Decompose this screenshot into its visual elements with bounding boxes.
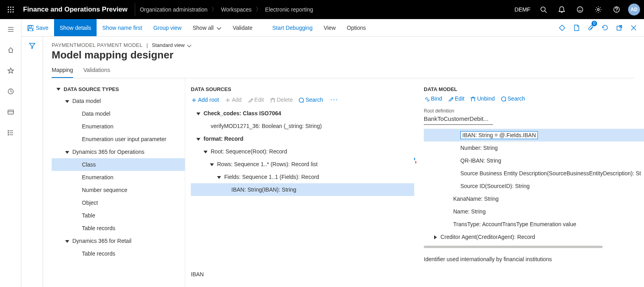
app-launcher-icon[interactable] bbox=[0, 0, 21, 19]
tree-item[interactable]: KanaName: String bbox=[424, 192, 644, 205]
tree-item[interactable]: Source ID(SourceID): String bbox=[424, 180, 644, 192]
tree-item[interactable]: Fields: Sequence 1..1 (Fields): Record bbox=[191, 171, 414, 183]
search-action-icon[interactable] bbox=[372, 19, 389, 36]
tab-validations[interactable]: Validations bbox=[83, 64, 110, 78]
selection-footer: IBAN bbox=[191, 271, 204, 277]
view-selector[interactable]: Standard view bbox=[152, 42, 192, 48]
delete-button-disabled: Delete bbox=[270, 97, 293, 103]
edit-button[interactable]: Edit bbox=[448, 95, 464, 102]
search-button[interactable]: Search bbox=[500, 95, 525, 102]
tree-item[interactable]: IBAN: String(IBAN): String bbox=[191, 183, 414, 196]
splitter-handle[interactable] bbox=[414, 158, 417, 163]
home-icon[interactable] bbox=[4, 44, 17, 56]
add-button-disabled: Add bbox=[225, 97, 242, 103]
chevron-right-icon: 〉 bbox=[256, 6, 261, 13]
tree-item[interactable]: format: Record bbox=[191, 132, 414, 145]
workspaces-icon[interactable] bbox=[4, 106, 17, 118]
horizontal-scrollbar[interactable] bbox=[424, 246, 603, 248]
tree-item[interactable]: TransType: AccountTransType Enumeration … bbox=[424, 218, 644, 231]
tabs: Mapping Validations bbox=[52, 64, 634, 78]
breadcrumb-item[interactable]: Organization administration bbox=[140, 6, 208, 13]
start-debugging-button[interactable]: Start Debugging bbox=[258, 19, 318, 36]
tree-item[interactable]: Creditor Agent(CreditorAgent): Record bbox=[424, 231, 644, 243]
group-view-button[interactable]: Group view bbox=[148, 19, 187, 36]
tree-item[interactable]: Table records bbox=[52, 222, 185, 235]
recent-clock-icon[interactable] bbox=[4, 85, 17, 98]
show-all-dropdown[interactable]: Show all bbox=[187, 19, 227, 36]
tree-item[interactable]: Number sequence bbox=[52, 184, 185, 196]
tree-item[interactable]: IBAN: String = @.Fields.IBAN bbox=[424, 129, 644, 142]
data-sources-panel: DATA SOURCES Add root Add Edit Delete Se… bbox=[185, 78, 417, 287]
node-description: Identifier used internationally by finan… bbox=[424, 256, 644, 262]
search-icon[interactable] bbox=[534, 0, 553, 19]
bell-icon[interactable] bbox=[553, 0, 571, 19]
tree-item[interactable]: Enumeration user input parameter bbox=[52, 133, 185, 145]
show-details-button[interactable]: Show details bbox=[54, 19, 97, 36]
validate-button[interactable]: Validate bbox=[227, 19, 258, 36]
modules-list-icon[interactable] bbox=[4, 126, 17, 139]
top-bar: Finance and Operations Preview Organizat… bbox=[0, 0, 644, 19]
data-source-types-header[interactable]: DATA SOURCE TYPES bbox=[52, 82, 185, 95]
diamond-icon[interactable] bbox=[555, 19, 569, 37]
app-title: Finance and Operations Preview bbox=[21, 6, 135, 14]
tab-mapping[interactable]: Mapping bbox=[52, 64, 73, 78]
root-definition-label: Root definition bbox=[424, 108, 644, 114]
tree-item[interactable]: verifyMOD1271_36: Boolean (_string: Stri… bbox=[191, 120, 414, 132]
breadcrumb-item[interactable]: Workspaces bbox=[221, 6, 252, 13]
page-caption: PAYMENTMODEL PAYMENT MODEL bbox=[52, 42, 143, 48]
page-title: Model mapping designer bbox=[52, 49, 644, 61]
tree-item[interactable]: Data model bbox=[52, 95, 185, 107]
tree-item[interactable]: Number: String bbox=[424, 142, 644, 154]
tree-item[interactable]: Object bbox=[52, 196, 185, 209]
tree-item[interactable]: Dynamics 365 for Operations bbox=[52, 145, 185, 158]
close-icon[interactable] bbox=[627, 19, 641, 37]
tree-item[interactable]: Root: Sequence(Root): Record bbox=[191, 145, 414, 158]
breadcrumb: Organization administration 〉 Workspaces… bbox=[140, 6, 313, 13]
filter-column bbox=[21, 37, 43, 287]
tree-item[interactable]: Class bbox=[52, 158, 185, 171]
show-name-first-button[interactable]: Show name first bbox=[97, 19, 147, 36]
avatar[interactable]: AD bbox=[628, 4, 640, 16]
tree-item[interactable]: Source Business Entity Description(Sourc… bbox=[424, 167, 644, 180]
bind-button[interactable]: Bind bbox=[424, 95, 442, 102]
tree-item[interactable]: Table records bbox=[52, 247, 185, 260]
attachments-icon[interactable]: 0 bbox=[584, 19, 598, 37]
document-icon[interactable] bbox=[569, 19, 584, 37]
data-model-header: DATA MODEL bbox=[424, 82, 644, 95]
add-root-button[interactable]: Add root bbox=[191, 97, 219, 103]
search-button[interactable]: Search bbox=[298, 97, 323, 103]
help-icon[interactable] bbox=[607, 0, 626, 19]
data-sources-toolbar: Add root Add Edit Delete Search ··· bbox=[191, 95, 414, 107]
tree-item[interactable]: Table bbox=[52, 209, 185, 222]
data-sources-header: DATA SOURCES bbox=[191, 82, 414, 95]
refresh-icon[interactable] bbox=[598, 19, 612, 37]
popout-icon[interactable] bbox=[612, 19, 627, 37]
tree-item[interactable]: Dynamics 365 for Retail bbox=[52, 235, 185, 247]
hamburger-icon[interactable] bbox=[4, 23, 17, 36]
unbind-button[interactable]: Unbind bbox=[470, 95, 495, 102]
save-label: Save bbox=[36, 25, 48, 31]
tree-item[interactable]: Enumeration bbox=[52, 120, 185, 133]
tree-item[interactable]: Data model bbox=[52, 107, 185, 120]
tree-item[interactable]: Rows: Sequence 1..* (Rows): Record list bbox=[191, 158, 414, 171]
favorites-star-icon[interactable] bbox=[4, 64, 17, 77]
more-icon[interactable]: ··· bbox=[329, 95, 340, 104]
chevron-right-icon: 〉 bbox=[211, 6, 217, 13]
save-button[interactable]: Save bbox=[21, 19, 54, 36]
breadcrumb-item[interactable]: Electronic reporting bbox=[265, 6, 313, 13]
options-menu[interactable]: Options bbox=[341, 19, 371, 36]
root-definition-value[interactable]: BankToCustomerDebit... bbox=[424, 114, 493, 125]
data-source-types-panel: DATA SOURCE TYPES Data modelData modelEn… bbox=[52, 78, 185, 287]
view-menu[interactable]: View bbox=[318, 19, 341, 36]
feedback-smile-icon[interactable] bbox=[571, 0, 589, 19]
company-code[interactable]: DEMF bbox=[514, 6, 530, 13]
tree-item[interactable]: Check_codes: Class ISO7064 bbox=[191, 107, 414, 120]
tree-item[interactable]: QR-IBAN: String bbox=[424, 154, 644, 167]
data-model-panel: DATA MODEL Bind Edit Unbind Search Root … bbox=[417, 78, 644, 287]
tree-item[interactable]: Enumeration bbox=[52, 171, 185, 184]
gear-icon[interactable] bbox=[589, 0, 607, 19]
edit-button-disabled: Edit bbox=[247, 97, 264, 103]
filter-icon[interactable] bbox=[29, 42, 36, 287]
tree-item[interactable]: Name: String bbox=[424, 205, 644, 218]
divider bbox=[135, 3, 135, 16]
